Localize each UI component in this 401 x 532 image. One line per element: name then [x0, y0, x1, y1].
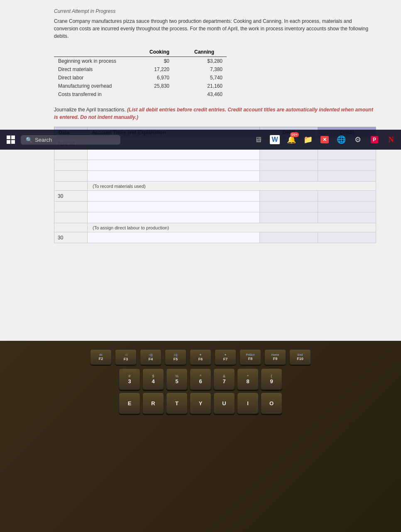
chrome-icon[interactable]: 🌐: [335, 133, 348, 146]
journal-debit-input[interactable]: [260, 149, 318, 160]
debit-input-field[interactable]: [263, 193, 314, 199]
debit-input-field[interactable]: [263, 163, 314, 168]
journal-entry-row: 30: [54, 191, 376, 202]
key-f2[interactable]: dx F2: [90, 349, 112, 365]
key-4-main: 4: [152, 378, 154, 384]
key-i[interactable]: I: [237, 392, 259, 414]
key-7[interactable]: & 7: [213, 368, 235, 390]
account-input-field[interactable]: [91, 152, 256, 158]
credit-input-field[interactable]: [321, 235, 372, 241]
key-f9[interactable]: Home F9: [264, 349, 286, 365]
key-f3-top: ◁: [125, 353, 127, 357]
netflix-symbol: N: [389, 135, 394, 144]
settings-icon[interactable]: ⚙: [351, 133, 364, 146]
key-5-top: %: [175, 374, 178, 378]
powerpoint-icon[interactable]: P: [368, 133, 381, 146]
cooking-val: 6,970: [137, 74, 182, 82]
key-7-top: &: [223, 374, 225, 378]
cooking-val: 17,220: [137, 65, 182, 74]
chrome-symbol: 🌐: [337, 135, 346, 144]
key-t[interactable]: T: [166, 392, 188, 414]
cooking-val: 25,830: [137, 82, 182, 90]
key-f6[interactable]: ✦ F6: [190, 349, 211, 365]
debit-input-field[interactable]: [263, 215, 314, 221]
notifications-icon[interactable]: 🔔 99+: [285, 133, 298, 146]
journal-account-input[interactable]: [88, 212, 260, 223]
key-9[interactable]: ( 9: [261, 368, 282, 390]
canning-val: $3,280: [182, 57, 227, 66]
key-5[interactable]: % 5: [166, 368, 188, 390]
journal-credit-input[interactable]: [318, 191, 376, 202]
debit-input-field[interactable]: [263, 204, 314, 210]
account-input-field[interactable]: [91, 215, 256, 221]
debit-input-field[interactable]: [263, 235, 314, 241]
desktop-icon[interactable]: 🖥: [252, 133, 265, 146]
key-u[interactable]: U: [213, 392, 235, 414]
key-f8[interactable]: PrtScn F8: [240, 349, 261, 365]
key-f7[interactable]: ✦ F7: [215, 349, 236, 365]
key-f4[interactable]: ◁)) F4: [140, 349, 161, 365]
account-input-field[interactable]: [91, 204, 256, 210]
journal-account-input[interactable]: [88, 171, 260, 182]
debit-input-field[interactable]: [263, 152, 314, 158]
windows-start-button[interactable]: [3, 132, 18, 147]
journal-account-input[interactable]: [88, 232, 260, 243]
journal-date-empty: [54, 202, 88, 212]
keyboard: dx F2 ◁ F3 ◁)) F4 ▷|| F5 ✦ F6 ✦ F7 PrtSc…: [0, 341, 401, 532]
journal-credit-input[interactable]: [318, 202, 376, 212]
journal-credit-input[interactable]: [318, 171, 376, 182]
journal-account-input[interactable]: [88, 202, 260, 212]
netflix-icon[interactable]: N: [384, 133, 398, 146]
journal-account-input[interactable]: [88, 191, 260, 202]
journal-credit-input[interactable]: [318, 232, 376, 243]
journal-debit-input[interactable]: [260, 202, 318, 212]
credit-input-field[interactable]: [321, 152, 372, 158]
file-manager-icon[interactable]: 📁: [301, 133, 315, 146]
journal-note: (To assign direct labour to production): [88, 223, 376, 232]
key-f5[interactable]: ▷|| F5: [165, 349, 186, 365]
journal-credit-input[interactable]: [318, 212, 376, 223]
key-3[interactable]: # 3: [119, 368, 140, 390]
key-6[interactable]: ^ 6: [190, 368, 211, 390]
row-label: Beginning work in process: [54, 57, 137, 66]
col-header-empty: [54, 47, 137, 57]
key-e[interactable]: E: [119, 392, 140, 414]
key-8[interactable]: * 8: [237, 368, 259, 390]
journal-account-input[interactable]: [88, 149, 260, 160]
account-input-field[interactable]: [91, 235, 256, 241]
credit-input-field[interactable]: [321, 163, 372, 168]
key-f10[interactable]: End F10: [289, 349, 311, 365]
account-input-field[interactable]: [91, 193, 256, 199]
credit-input-field[interactable]: [321, 215, 372, 221]
journal-account-input[interactable]: [88, 160, 260, 171]
key-f3[interactable]: ◁ F3: [115, 349, 137, 365]
journal-credit-input[interactable]: [318, 160, 376, 171]
credit-input-field[interactable]: [321, 204, 372, 210]
table-row: Costs transferred in 43,460: [54, 90, 227, 99]
journal-credit-input[interactable]: [318, 149, 376, 160]
debit-input-field[interactable]: [263, 173, 314, 179]
key-y[interactable]: Y: [190, 392, 211, 414]
key-4[interactable]: $ 4: [142, 368, 164, 390]
number-key-row: # 3 $ 4 % 5 ^ 6 & 7 * 8 ( 9: [4, 368, 397, 390]
journal-debit-input[interactable]: [260, 191, 318, 202]
journal-debit-input[interactable]: [260, 171, 318, 182]
journal-debit-input[interactable]: [260, 232, 318, 243]
taskbar-search-bar[interactable]: 🔍 Search: [21, 135, 120, 145]
note-date-empty: [54, 223, 88, 232]
word-icon[interactable]: W: [268, 133, 281, 146]
close-button-icon[interactable]: ✕: [318, 133, 331, 146]
key-f8-top: PrtScn: [246, 353, 254, 356]
credit-input-field[interactable]: [321, 193, 372, 199]
journal-debit-input[interactable]: [260, 160, 318, 171]
journal-entry-row: [54, 212, 376, 223]
journal-debit-input[interactable]: [260, 212, 318, 223]
key-o[interactable]: O: [261, 392, 282, 414]
account-input-field[interactable]: [91, 173, 256, 179]
cooking-val: $0: [137, 57, 182, 66]
key-f2-top: dx: [99, 353, 102, 356]
key-y-char: Y: [199, 400, 203, 406]
account-input-field[interactable]: [91, 163, 256, 168]
credit-input-field[interactable]: [321, 173, 372, 179]
key-r[interactable]: R: [142, 392, 164, 414]
